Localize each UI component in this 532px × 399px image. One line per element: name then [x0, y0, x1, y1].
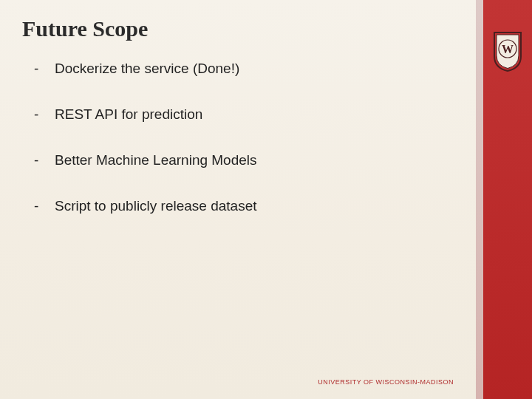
list-item: - Better Machine Learning Models [34, 152, 454, 168]
bullet-text: Better Machine Learning Models [55, 152, 257, 168]
stripe-light [476, 0, 483, 399]
bullet-dash: - [34, 152, 41, 168]
bullet-text: Dockerize the service (Done!) [55, 61, 239, 77]
slide-content: Future Scope - Dockerize the service (Do… [0, 0, 476, 399]
bullet-list: - Dockerize the service (Done!) - REST A… [22, 61, 454, 244]
bullet-dash: - [34, 106, 41, 123]
bullet-text: REST API for prediction [55, 106, 202, 123]
sidebar-brand-stripe: W [476, 0, 532, 399]
crest-icon: W [493, 31, 522, 72]
slide-title: Future Scope [22, 16, 454, 41]
footer-text: UNIVERSITY OF WISCONSIN-MADISON [318, 378, 454, 386]
bullet-dash: - [34, 198, 41, 214]
list-item: - Script to publicly release dataset [34, 198, 454, 214]
stripe-red: W [483, 0, 532, 399]
bullet-text: Script to publicly release dataset [55, 198, 257, 214]
list-item: - Dockerize the service (Done!) [34, 61, 454, 77]
crest-letter: W [502, 43, 514, 55]
list-item: - REST API for prediction [34, 106, 454, 123]
bullet-dash: - [34, 61, 41, 77]
